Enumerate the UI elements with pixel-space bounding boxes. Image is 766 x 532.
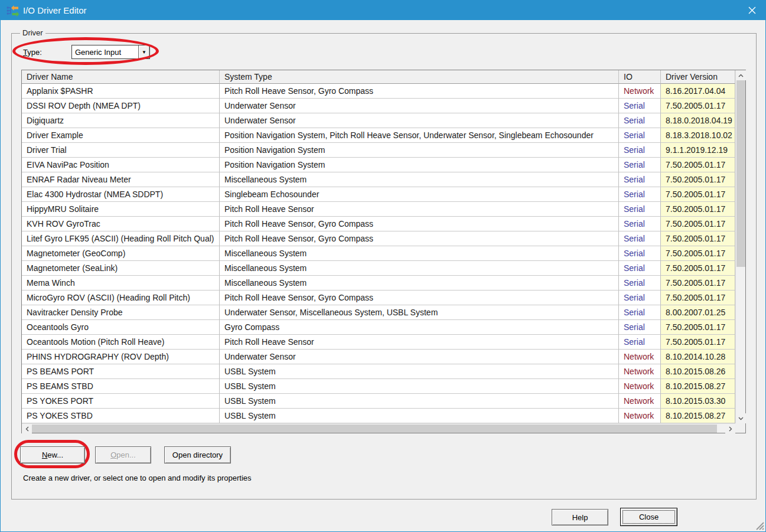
system-type-cell: USBL System bbox=[220, 394, 619, 409]
help-button[interactable]: Help bbox=[552, 509, 608, 526]
driver-table-header: Driver Name System Type IO Driver Versio… bbox=[22, 70, 735, 84]
system-type-cell: Position Navigation System bbox=[220, 143, 619, 158]
table-row[interactable]: EIVA NaviPac PositionPosition Navigation… bbox=[22, 158, 735, 172]
system-type-cell: Underwater Sensor bbox=[220, 113, 619, 128]
driver-name-cell: Digiquartz bbox=[22, 113, 220, 128]
vertical-scrollbar[interactable] bbox=[735, 70, 745, 423]
io-cell: Serial bbox=[619, 291, 661, 305]
driver-name-cell: MicroGyro ROV (ASCII) (Heading Roll Pitc… bbox=[22, 291, 220, 305]
io-driver-editor-window: I/O Driver Editor Driver Type: Generic I… bbox=[0, 0, 766, 532]
driver-name-cell: PS BEAMS STBD bbox=[22, 379, 220, 394]
column-header-driver-version[interactable]: Driver Version bbox=[661, 70, 735, 84]
driver-version-cell: 7.50.2005.01.17 bbox=[661, 231, 735, 246]
table-row[interactable]: Magnetometer (GeoComp)Miscellaneous Syst… bbox=[22, 246, 735, 261]
io-cell: Serial bbox=[619, 158, 661, 172]
open-button-mnemonic: O bbox=[110, 451, 116, 459]
table-row[interactable]: Navitracker Density ProbeUnderwater Sens… bbox=[22, 305, 735, 320]
driver-name-cell: Driver Trial bbox=[22, 143, 220, 158]
column-header-driver-name[interactable]: Driver Name bbox=[22, 70, 220, 84]
chevron-down-icon[interactable]: ▼ bbox=[138, 45, 149, 58]
table-row[interactable]: Magnetometer (SeaLink)Miscellaneous Syst… bbox=[22, 261, 735, 276]
table-row[interactable]: PS YOKES PORTUSBL SystemNetwork8.10.2015… bbox=[22, 394, 735, 409]
table-row[interactable]: ENRAF Radar Niveau MeterMiscellaneous Sy… bbox=[22, 172, 735, 187]
scroll-right-icon[interactable] bbox=[725, 424, 735, 433]
system-type-cell: Pitch Roll Heave Sensor, Gyro Compass bbox=[220, 217, 619, 231]
horizontal-scroll-thumb[interactable] bbox=[32, 425, 717, 433]
groupbox-label: Driver bbox=[20, 28, 45, 37]
system-type-cell: Pitch Roll Heave Sensor bbox=[220, 202, 619, 217]
open-directory-button[interactable]: Open directory bbox=[164, 446, 231, 464]
driver-version-cell: 7.50.2005.01.17 bbox=[661, 158, 735, 172]
close-button[interactable]: Close bbox=[620, 508, 677, 526]
close-window-button[interactable] bbox=[738, 1, 765, 20]
type-select-value: Generic Input bbox=[72, 48, 138, 57]
status-text: Create a new driver, or select one to op… bbox=[23, 474, 252, 482]
table-row[interactable]: PS BEAMS STBDUSBL SystemNetwork8.10.2015… bbox=[22, 379, 735, 394]
driver-version-cell: 8.10.2015.08.27 bbox=[661, 409, 735, 423]
new-button-label: ew... bbox=[47, 451, 63, 459]
driver-version-cell: 7.50.2005.01.17 bbox=[661, 246, 735, 261]
io-cell: Serial bbox=[619, 113, 661, 128]
driver-version-cell: 7.50.2005.01.17 bbox=[661, 172, 735, 187]
table-row[interactable]: PHINS HYDROGRAPHY (ROV Depth)Underwater … bbox=[22, 350, 735, 364]
io-cell: Serial bbox=[619, 246, 661, 261]
type-select[interactable]: Generic Input ▼ bbox=[71, 45, 150, 59]
system-type-cell: Miscellaneous System bbox=[220, 276, 619, 291]
table-row[interactable]: Driver TrialPosition Navigation SystemSe… bbox=[22, 143, 735, 158]
table-row[interactable]: DigiquartzUnderwater SensorSerial8.18.0.… bbox=[22, 113, 735, 128]
driver-version-cell: 7.50.2005.01.17 bbox=[661, 99, 735, 113]
system-type-cell: Position Navigation System bbox=[220, 158, 619, 172]
table-row[interactable]: Oceantools Motion (Pitch Roll Heave)Pitc… bbox=[22, 335, 735, 350]
io-cell: Serial bbox=[619, 202, 661, 217]
table-row[interactable]: HippyMRU SolitairePitch Roll Heave Senso… bbox=[22, 202, 735, 217]
table-row[interactable]: Applanix $PASHRPitch Roll Heave Sensor, … bbox=[22, 84, 735, 99]
table-row[interactable]: PS YOKES STBDUSBL SystemNetwork8.10.2015… bbox=[22, 409, 735, 423]
system-type-cell: Position Navigation System, Pitch Roll H… bbox=[220, 128, 619, 143]
table-row[interactable]: DSSI ROV Depth (NMEA DPT)Underwater Sens… bbox=[22, 99, 735, 113]
io-cell: Serial bbox=[619, 335, 661, 350]
io-cell: Serial bbox=[619, 217, 661, 231]
system-type-cell: Miscellaneous System bbox=[220, 246, 619, 261]
open-button: Open... bbox=[95, 446, 151, 464]
window-title: I/O Driver Editor bbox=[23, 5, 87, 15]
table-row[interactable]: MicroGyro ROV (ASCII) (Heading Roll Pitc… bbox=[22, 291, 735, 305]
system-type-cell: Underwater Sensor, Miscellaneous System,… bbox=[220, 305, 619, 320]
horizontal-scrollbar[interactable] bbox=[22, 423, 735, 433]
driver-version-cell: 7.50.2005.01.17 bbox=[661, 320, 735, 335]
table-row[interactable]: Driver ExamplePosition Navigation System… bbox=[22, 128, 735, 143]
driver-name-cell: KVH ROV GyroTrac bbox=[22, 217, 220, 231]
scroll-down-icon[interactable] bbox=[736, 413, 746, 423]
scroll-up-icon[interactable] bbox=[736, 70, 746, 80]
system-type-cell: Gyro Compass bbox=[220, 320, 619, 335]
driver-name-cell: HippyMRU Solitaire bbox=[22, 202, 220, 217]
driver-name-cell: DSSI ROV Depth (NMEA DPT) bbox=[22, 99, 220, 113]
table-row[interactable]: Elac 4300 Hydrostar (NMEA SDDPT)Singlebe… bbox=[22, 187, 735, 202]
titlebar: I/O Driver Editor bbox=[1, 1, 765, 20]
vertical-scroll-thumb[interactable] bbox=[736, 80, 745, 267]
driver-version-cell: 8.10.2015.03.30 bbox=[661, 394, 735, 409]
column-header-io[interactable]: IO bbox=[619, 70, 661, 84]
driver-name-cell: Mema Winch bbox=[22, 276, 220, 291]
system-type-cell: Miscellaneous System bbox=[220, 261, 619, 276]
system-type-cell: Underwater Sensor bbox=[220, 350, 619, 364]
resize-grip[interactable] bbox=[752, 518, 764, 530]
io-cell: Serial bbox=[619, 261, 661, 276]
new-button[interactable]: New... bbox=[20, 446, 85, 464]
driver-version-cell: 9.1.1.2019.12.19 bbox=[661, 143, 735, 158]
driver-version-cell: 7.50.2005.01.17 bbox=[661, 291, 735, 305]
scroll-left-icon[interactable] bbox=[22, 424, 32, 433]
table-row[interactable]: KVH ROV GyroTracPitch Roll Heave Sensor,… bbox=[22, 217, 735, 231]
column-header-system-type[interactable]: System Type bbox=[220, 70, 619, 84]
table-row[interactable]: Litef Gyro LFK95 (ASCII) (Heading Roll P… bbox=[22, 231, 735, 246]
table-row[interactable]: Mema WinchMiscellaneous SystemSerial7.50… bbox=[22, 276, 735, 291]
io-cell: Network bbox=[619, 394, 661, 409]
driver-version-cell: 7.50.2005.01.17 bbox=[661, 276, 735, 291]
table-row[interactable]: Oceantools GyroGyro CompassSerial7.50.20… bbox=[22, 320, 735, 335]
open-button-label: pen... bbox=[116, 451, 136, 459]
driver-table: Driver Name System Type IO Driver Versio… bbox=[21, 70, 746, 433]
io-cell: Serial bbox=[619, 231, 661, 246]
driver-name-cell: PS BEAMS PORT bbox=[22, 364, 220, 379]
driver-version-cell: 7.50.2005.01.17 bbox=[661, 335, 735, 350]
driver-version-cell: 7.50.2005.01.17 bbox=[661, 187, 735, 202]
table-row[interactable]: PS BEAMS PORTUSBL SystemNetwork8.10.2015… bbox=[22, 364, 735, 379]
